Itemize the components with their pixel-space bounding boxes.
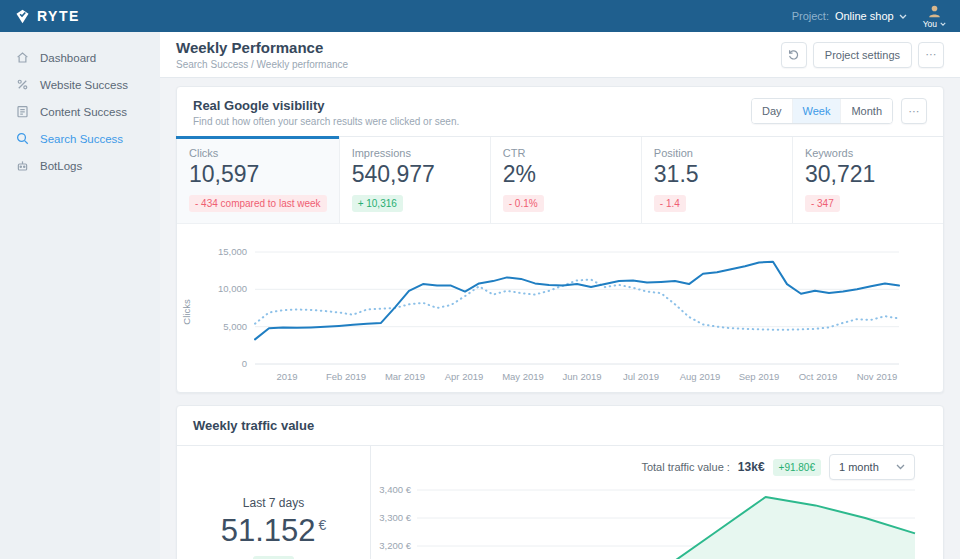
metric-label: Position: [654, 147, 780, 159]
previous-period-line: [255, 280, 899, 330]
metric-tab-impressions[interactable]: Impressions 540,977 + 10,316: [340, 137, 491, 223]
range-segmented-control: Day Week Month: [751, 98, 893, 124]
home-icon: [15, 50, 30, 65]
sidebar-item-label: Content Success: [40, 106, 127, 118]
range-tab-day[interactable]: Day: [752, 99, 792, 123]
content-area: Real Google visibility Find out how ofte…: [160, 78, 960, 559]
y-tick: 3,400 €: [379, 484, 411, 495]
traffic-chart-svg: 3,400 € 3,300 € 3,200 € 3,100 €: [371, 482, 942, 559]
more-button[interactable]: ⋯: [918, 42, 944, 68]
clicks-chart: Clicks 15,000 10,000 5,000 0 2019 Feb 20…: [177, 224, 943, 392]
summary-label: Last 7 days: [243, 496, 304, 510]
currency-symbol: €: [319, 517, 327, 533]
project-value: Online shop: [835, 10, 907, 22]
weekly-traffic-value-card: Weekly traffic value Last 7 days 51.152€…: [176, 405, 944, 559]
ryte-logo[interactable]: RYTE: [14, 8, 80, 25]
percent-icon: [15, 77, 30, 92]
x-tick: Jul 2019: [623, 371, 659, 382]
sidebar-item-label: BotLogs: [40, 160, 82, 172]
x-tick: Jun 2019: [562, 371, 601, 382]
metric-tabs: Clicks 10,597 - 434 compared to last wee…: [177, 136, 943, 224]
range-select-value: 1 month: [839, 461, 879, 473]
user-label: You: [923, 19, 937, 29]
sidebar-item-dashboard[interactable]: Dashboard: [0, 44, 160, 71]
breadcrumb: Search Success / Weekly performance: [176, 59, 348, 70]
clicks-chart-svg: Clicks 15,000 10,000 5,000 0 2019 Feb 20…: [177, 232, 945, 386]
y-tick: 0: [242, 358, 247, 369]
chevron-down-icon: [940, 22, 946, 26]
ryte-gem-icon: [14, 8, 31, 25]
metric-value: 10,597: [189, 161, 327, 188]
x-tick: Oct 2019: [799, 371, 838, 382]
card-more-button[interactable]: ⋯: [901, 98, 927, 124]
search-icon: [15, 131, 30, 146]
avatar-icon: [927, 4, 942, 18]
delta-badge: - 434 compared to last week: [189, 195, 327, 212]
range-select[interactable]: 1 month: [829, 454, 915, 480]
sidebar-item-botlogs[interactable]: BotLogs: [0, 152, 160, 179]
sidebar: Dashboard Website Success Content Succes…: [0, 32, 160, 559]
y-axis-title: Clicks: [181, 299, 192, 325]
metric-value: 2%: [503, 161, 629, 188]
chevron-down-icon: [896, 464, 905, 470]
y-tick: 15,000: [218, 246, 247, 257]
page-title: Weekly Performance: [176, 39, 348, 56]
delta-badge: + 10,316: [352, 195, 403, 212]
total-delta-badge: +91.80€: [773, 459, 821, 476]
metric-label: CTR: [503, 147, 629, 159]
sidebar-item-label: Search Success: [40, 133, 123, 145]
chevron-down-icon: [899, 14, 907, 19]
top-bar: RYTE Project: Online shop You: [0, 0, 960, 32]
range-tab-week[interactable]: Week: [792, 99, 841, 123]
document-icon: [15, 104, 30, 119]
metric-tab-keywords[interactable]: Keywords 30,721 - 347: [793, 137, 943, 223]
y-tick: 3,200 €: [379, 540, 411, 551]
user-menu[interactable]: You: [923, 4, 946, 29]
sidebar-item-website-success[interactable]: Website Success: [0, 71, 160, 98]
card-title: Weekly traffic value: [193, 418, 927, 433]
project-label: Project:: [792, 10, 829, 22]
robot-icon: [15, 158, 30, 173]
project-selector[interactable]: Project: Online shop: [792, 10, 907, 22]
metric-tab-clicks[interactable]: Clicks 10,597 - 434 compared to last wee…: [177, 137, 340, 223]
sidebar-item-label: Dashboard: [40, 52, 96, 64]
x-tick: Apr 2019: [445, 371, 484, 382]
refresh-button[interactable]: [781, 42, 807, 68]
x-tick: 2019: [276, 371, 297, 382]
sidebar-item-content-success[interactable]: Content Success: [0, 98, 160, 125]
metric-tab-ctr[interactable]: CTR 2% - 0.1%: [491, 137, 642, 223]
x-tick: Nov 2019: [857, 371, 898, 382]
range-tab-month[interactable]: Month: [840, 99, 892, 123]
page-header: Weekly Performance Search Success / Week…: [160, 32, 960, 78]
card-title: Real Google visibility: [193, 98, 459, 113]
ellipsis-icon: ⋯: [926, 48, 937, 61]
y-tick: 10,000: [218, 283, 247, 294]
summary-value: 51.152€: [221, 513, 327, 549]
x-tick: May 2019: [502, 371, 544, 382]
delta-badge: - 0.1%: [503, 195, 544, 212]
refresh-icon: [787, 48, 800, 61]
card-subtitle: Find out how often your search results w…: [193, 116, 459, 127]
metric-value: 31.5: [654, 161, 780, 188]
current-period-line: [255, 262, 899, 340]
y-tick: 3,300 €: [379, 512, 411, 523]
metric-label: Keywords: [805, 147, 931, 159]
metric-label: Clicks: [189, 147, 327, 159]
delta-badge: - 1.4: [654, 195, 686, 212]
metric-value: 540,977: [352, 161, 478, 188]
traffic-area-fill: [417, 497, 915, 559]
y-tick: 5,000: [223, 321, 247, 332]
total-traffic-value: 13k€: [738, 460, 765, 474]
logo-text: RYTE: [37, 8, 80, 24]
traffic-summary-panel: Last 7 days 51.152€ +213€: [177, 446, 371, 559]
x-tick: Mar 2019: [385, 371, 425, 382]
sidebar-item-label: Website Success: [40, 79, 128, 91]
metric-tab-position[interactable]: Position 31.5 - 1.4: [642, 137, 793, 223]
sidebar-item-search-success[interactable]: Search Success: [0, 125, 160, 152]
real-google-visibility-card: Real Google visibility Find out how ofte…: [176, 86, 944, 393]
metric-label: Impressions: [352, 147, 478, 159]
metric-value: 30,721: [805, 161, 931, 188]
project-settings-button[interactable]: Project settings: [813, 42, 912, 68]
x-tick: Aug 2019: [680, 371, 721, 382]
delta-badge: - 347: [805, 195, 840, 212]
